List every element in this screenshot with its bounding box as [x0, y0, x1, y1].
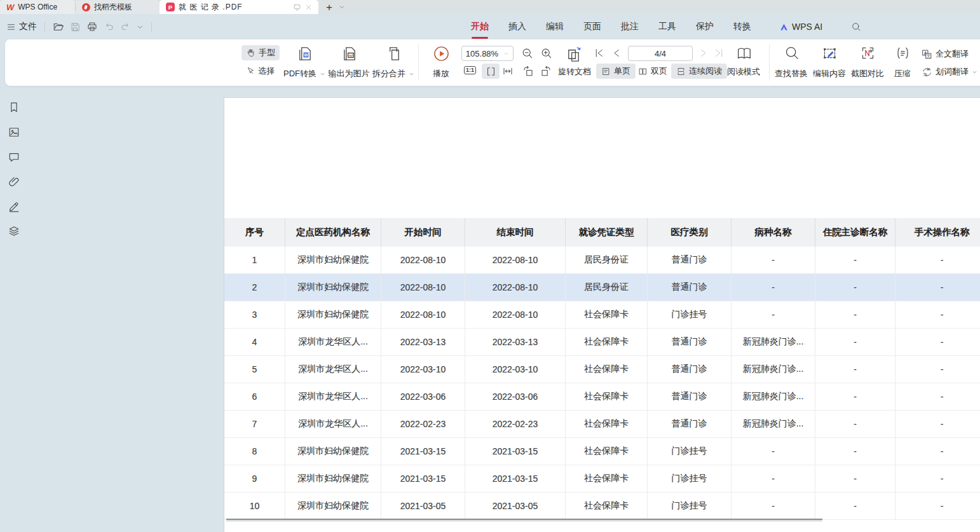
screenshot-compare-button[interactable]: 截图对比	[848, 44, 887, 81]
table-cell: 2022-08-10	[381, 247, 465, 273]
first-page-button[interactable]	[594, 48, 604, 58]
last-page-button[interactable]	[714, 48, 725, 58]
table-cell: 2021-03-15	[381, 438, 465, 465]
table-row[interactable]: 1深圳市妇幼保健院2022-08-102022-08-10居民身份证普通门诊--…	[224, 247, 980, 274]
find-replace-button[interactable]: 查找替换	[772, 44, 810, 81]
more-commands-chevron-icon[interactable]	[137, 24, 144, 31]
split-merge-button[interactable]: 拆分合并	[363, 44, 424, 81]
play-slideshow-button[interactable]: 播放	[426, 44, 456, 81]
compress-button[interactable]: 压缩	[887, 44, 918, 81]
table-row[interactable]: 9深圳市妇幼保健院2021-03-152021-03-15社会保障卡门诊挂号--…	[224, 465, 980, 493]
save-icon[interactable]	[70, 22, 81, 32]
zoom-out-button[interactable]	[521, 47, 533, 59]
table-cell: 深圳市龙华区人...	[285, 411, 381, 437]
table-cell: 普通门诊	[648, 383, 732, 410]
new-tab-button[interactable]: +	[326, 2, 332, 13]
edit-content-button[interactable]: 编辑内容	[810, 44, 848, 81]
rotate-document-button[interactable]: 旋转文档	[558, 66, 591, 78]
ribbon-tab-insert[interactable]: 插入	[508, 20, 527, 34]
search-icon	[851, 22, 861, 32]
ribbon-tab-home[interactable]: 开始	[470, 20, 489, 34]
toolbar-divider	[769, 44, 770, 81]
pdf-page[interactable]: 序号定点医药机构名称开始时间结束时间就诊凭证类型医疗类别病种名称住院主诊断名称手…	[224, 97, 980, 532]
layers-panel-icon[interactable]	[8, 225, 20, 238]
screenshot-compare-label: 截图对比	[851, 68, 884, 79]
word-translate-button[interactable]: A文 划词翻译	[922, 65, 977, 79]
rotate-left-button[interactable]	[522, 65, 534, 77]
previous-page-button[interactable]	[611, 48, 622, 58]
table-cell: 2022-02-23	[381, 411, 465, 437]
zoom-level-select[interactable]: 105.88%	[461, 46, 514, 61]
signature-panel-icon[interactable]	[8, 200, 20, 213]
organize-pages-icon[interactable]	[566, 45, 583, 62]
table-row[interactable]: 10深圳市妇幼保健院2021-03-052021-03-05社会保障卡门诊挂号-…	[224, 493, 980, 520]
tab-template-label: 找稻壳模板	[94, 2, 132, 13]
ribbon-tab-edit[interactable]: 编辑	[545, 20, 564, 34]
table-row[interactable]: 2深圳市妇幼保健院2022-08-102022-08-10居民身份证普通门诊--…	[224, 274, 980, 301]
table-cell: -	[815, 493, 895, 519]
fit-page-button[interactable]	[482, 64, 500, 79]
full-translate-label: 全文翻译	[936, 48, 969, 60]
table-cell: 社会保障卡	[566, 411, 648, 437]
table-row[interactable]: 4深圳市龙华区人...2022-03-132022-03-13社会保障卡普通门诊…	[224, 329, 980, 356]
table-cell: -	[815, 329, 895, 355]
table-cell: -	[895, 465, 980, 492]
enter-fullscreen-icon[interactable]	[293, 3, 301, 11]
tab-wps-office[interactable]: W WPS Office	[0, 0, 75, 14]
file-menu-button[interactable]: 文件	[6, 21, 37, 32]
chevron-down-icon	[409, 71, 414, 77]
close-tab-icon[interactable]	[305, 4, 312, 11]
tab-list-chevron-icon[interactable]	[339, 4, 345, 10]
table-row[interactable]: 5深圳市龙华区人...2022-03-102022-03-10社会保障卡普通门诊…	[224, 356, 980, 383]
full-text-translate-button[interactable]: A文 全文翻译	[922, 47, 969, 61]
record-table-body: 1深圳市妇幼保健院2022-08-102022-08-10居民身份证普通门诊--…	[224, 247, 980, 520]
thumbnails-panel-icon[interactable]	[8, 126, 20, 139]
pdf-page-content: 序号定点医药机构名称开始时间结束时间就诊凭证类型医疗类别病种名称住院主诊断名称手…	[224, 98, 980, 532]
rotate-right-button[interactable]	[540, 65, 552, 77]
undo-icon[interactable]	[104, 22, 114, 32]
ribbon-tab-page[interactable]: 页面	[583, 20, 602, 34]
pdf-file-icon: P	[166, 3, 175, 11]
read-mode-icon[interactable]	[736, 45, 752, 62]
open-folder-icon[interactable]	[53, 21, 64, 32]
ribbon-tab-tools[interactable]: 工具	[658, 20, 677, 34]
column-header: 序号	[224, 218, 285, 247]
table-cell: -	[732, 301, 815, 328]
compress-label: 压缩	[894, 68, 911, 79]
zoom-in-button[interactable]	[540, 47, 552, 59]
ribbon-toolbar: 手型 选择 W PDF转换 输出为图片 拆分合并 播放 105.88% 4/4 …	[5, 39, 980, 86]
actual-size-button[interactable]: 1:1	[464, 66, 476, 74]
page-number-input[interactable]: 4/4	[628, 46, 693, 61]
fit-width-button[interactable]	[502, 65, 514, 77]
ribbon-tab-comment[interactable]: 批注	[620, 20, 639, 34]
read-mode-label[interactable]: 阅读模式	[727, 66, 760, 78]
table-row[interactable]: 8深圳市妇幼保健院2021-03-152021-03-15社会保障卡门诊挂号--…	[224, 438, 980, 465]
wps-ai-button[interactable]: WPS AI	[779, 22, 822, 32]
divider	[151, 22, 152, 32]
continuous-read-button[interactable]: 连续阅读	[671, 64, 727, 79]
table-cell: 5	[224, 356, 285, 383]
table-cell: 2022-03-13	[465, 329, 566, 355]
ribbon-tab-convert[interactable]: 转换	[733, 20, 752, 34]
tab-template-store[interactable]: 找稻壳模板	[76, 0, 160, 14]
print-icon[interactable]	[86, 21, 98, 32]
redo-icon[interactable]	[120, 22, 131, 32]
attachments-panel-icon[interactable]	[8, 175, 20, 188]
comments-panel-icon[interactable]	[8, 151, 20, 163]
ribbon-search-button[interactable]	[851, 22, 861, 32]
ribbon-tab-protect[interactable]: 保护	[695, 20, 714, 34]
tab-document-active[interactable]: P 就 医 记 录 .PDF	[160, 0, 318, 14]
hamburger-icon	[6, 22, 16, 32]
table-cell: -	[732, 247, 815, 273]
column-header: 开始时间	[381, 218, 465, 247]
table-row[interactable]: 3深圳市妇幼保健院2022-08-102022-08-10社会保障卡门诊挂号--…	[224, 301, 980, 329]
bookmarks-panel-icon[interactable]	[8, 101, 20, 114]
table-cell: 居民身份证	[566, 274, 648, 301]
table-row[interactable]: 6深圳市龙华区人...2022-03-062022-03-06社会保障卡普通门诊…	[224, 383, 980, 411]
single-page-button[interactable]: 单页	[596, 64, 636, 79]
table-cell: -	[732, 438, 815, 465]
table-cell: 深圳市妇幼保健院	[285, 301, 381, 328]
table-row[interactable]: 7深圳市龙华区人...2022-02-232022-02-23社会保障卡普通门诊…	[224, 411, 980, 438]
next-page-button[interactable]	[698, 48, 709, 58]
zoom-level-value: 105.88%	[466, 49, 498, 58]
